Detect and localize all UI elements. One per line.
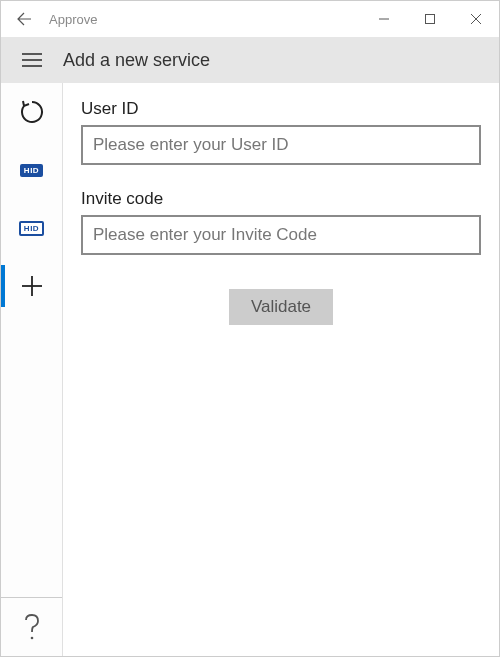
sidebar-item-hid-1[interactable]: HID xyxy=(1,141,63,199)
close-button[interactable] xyxy=(453,1,499,37)
hamburger-icon xyxy=(22,53,42,67)
minimize-button[interactable] xyxy=(361,1,407,37)
hid-badge-icon: HID xyxy=(20,164,43,177)
svg-point-9 xyxy=(31,637,34,640)
sidebar-item-refresh[interactable] xyxy=(1,83,63,141)
maximize-icon xyxy=(424,13,436,25)
svg-rect-1 xyxy=(426,15,435,24)
main-content: User ID Invite code Validate xyxy=(63,83,499,656)
validate-button[interactable]: Validate xyxy=(229,289,333,325)
invite-code-label: Invite code xyxy=(81,189,481,209)
plus-icon xyxy=(21,275,43,297)
menu-button[interactable] xyxy=(1,53,63,67)
sidebar-item-hid-2[interactable]: HID xyxy=(1,199,63,257)
help-icon xyxy=(22,613,42,641)
back-button[interactable] xyxy=(1,11,47,27)
maximize-button[interactable] xyxy=(407,1,453,37)
subheader: Add a new service xyxy=(1,37,499,83)
back-arrow-icon xyxy=(16,11,32,27)
window-controls xyxy=(361,1,499,37)
sidebar-item-add[interactable] xyxy=(1,257,63,315)
sidebar-item-help[interactable] xyxy=(1,598,63,656)
user-id-label: User ID xyxy=(81,99,481,119)
window-title: Approve xyxy=(47,12,361,27)
body: HID HID User ID Invite code xyxy=(1,83,499,656)
validate-row: Validate xyxy=(81,289,481,325)
invite-code-input[interactable] xyxy=(81,215,481,255)
sidebar: HID HID xyxy=(1,83,63,656)
app-window: Approve Add a new service xyxy=(0,0,500,657)
minimize-icon xyxy=(378,13,390,25)
close-icon xyxy=(470,13,482,25)
page-title: Add a new service xyxy=(63,50,210,71)
titlebar: Approve xyxy=(1,1,499,37)
user-id-input[interactable] xyxy=(81,125,481,165)
refresh-icon xyxy=(19,99,45,125)
hid-badge-outline-icon: HID xyxy=(19,221,44,236)
